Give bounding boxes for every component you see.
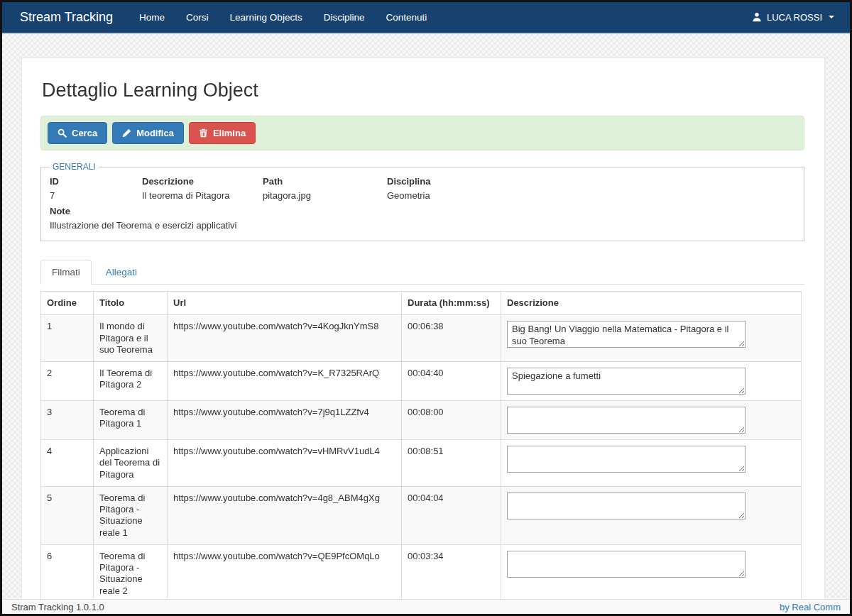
cell-descrizione [501, 401, 802, 440]
cell-descrizione: Spiegazione a fumetti [501, 362, 802, 401]
tab-allegati-link[interactable]: Allegati [94, 260, 148, 285]
cell-titolo: Il mondo di Pitagora e il suo Teorema [94, 315, 168, 362]
content-panel: Dettaglio Learning Object Cerca Modifica [21, 57, 825, 614]
cell-titolo: Il Teorema di Pitagora 2 [94, 362, 168, 401]
top-navbar: Stream Tracking HomeCorsiLearning Object… [2, 2, 850, 33]
cell-url: https://www.youtube.com/watch?v=QE9PfcOM… [168, 544, 402, 603]
generali-label-descrizione: Descrizione [142, 176, 263, 187]
filmati-table: OrdineTitoloUrlDurata (hh:mm:ss)Descrizi… [40, 291, 802, 614]
cell-durata: 00:04:40 [402, 362, 501, 401]
generali-label-note: Note [50, 206, 795, 216]
generali-value-descrizione: Il teorema di Pitagora [142, 190, 263, 201]
cell-ordine: 4 [41, 440, 94, 487]
cell-ordine: 3 [41, 401, 94, 440]
table-row: 6Teorema di Pitagora - Situazione reale … [41, 544, 802, 603]
tab-allegati: Allegati [94, 260, 148, 285]
cell-url: https://www.youtube.com/watch?v=4KogJknY… [168, 315, 402, 362]
descrizione-textarea[interactable] [507, 407, 746, 434]
table-row: 3Teorema di Pitagora 1https://www.youtub… [41, 401, 802, 440]
generali-label-id: ID [50, 176, 142, 187]
cell-descrizione: Big Bang! Un Viaggio nella Matematica - … [501, 315, 802, 362]
app-window: Stream Tracking HomeCorsiLearning Object… [0, 0, 852, 616]
nav-item-discipline[interactable]: Discipline [313, 2, 376, 32]
action-toolbar: Cerca Modifica Elimina [40, 116, 804, 150]
cell-durata: 00:08:51 [402, 440, 501, 487]
cell-titolo: Teorema di Pitagora - Situazione reale 1 [94, 486, 168, 544]
cell-ordine: 1 [41, 315, 94, 362]
cell-descrizione [501, 486, 802, 544]
cell-url: https://www.youtube.com/watch?v=vHMRvV1u… [168, 440, 402, 487]
elimina-button[interactable]: Elimina [189, 122, 256, 144]
nav-menu: HomeCorsiLearning ObjectsDisciplineConte… [129, 2, 752, 32]
modifica-button[interactable]: Modifica [112, 122, 184, 144]
cell-url: https://www.youtube.com/watch?v=K_R7325R… [168, 362, 402, 401]
column-header-ordine: Ordine [41, 292, 94, 315]
cell-url: https://www.youtube.com/watch?v=7j9q1LZZ… [168, 401, 402, 440]
cell-durata: 00:06:38 [402, 315, 501, 362]
column-header-titolo: Titolo [94, 292, 168, 315]
generali-label-disciplina: Disciplina [387, 176, 795, 187]
cell-durata: 00:08:00 [402, 401, 501, 440]
caret-down-icon [829, 16, 834, 18]
tab-filmati-active: Filmati [40, 260, 92, 285]
app-brand[interactable]: Stream Tracking [20, 10, 113, 25]
cell-titolo: Teorema di Pitagora 1 [94, 401, 168, 440]
cell-descrizione [501, 440, 802, 487]
generali-legend: GENERALI [50, 162, 99, 172]
table-row: 4Applicazioni del Teorema di Pitagorahtt… [41, 440, 802, 487]
nav-item-learning-objects[interactable]: Learning Objects [219, 2, 313, 32]
cell-durata: 00:04:04 [402, 486, 501, 544]
page-title: Dettaglio Learning Object [42, 79, 804, 101]
cell-descrizione [501, 544, 802, 603]
pencil-icon [122, 128, 131, 138]
cell-titolo: Teorema di Pitagora - Situazione reale 2 [94, 544, 168, 603]
column-header-descrizione: Descrizione [501, 292, 802, 315]
table-row: 5Teorema di Pitagora - Situazione reale … [41, 486, 802, 544]
generali-value-note: Illustrazione del Teorema e esercizi app… [50, 220, 795, 231]
generali-value-path: pitagora.jpg [263, 190, 387, 201]
user-icon [752, 12, 762, 22]
generali-label-path: Path [263, 176, 387, 187]
cerca-button[interactable]: Cerca [48, 122, 107, 144]
table-row: 1Il mondo di Pitagora e il suo Teoremaht… [41, 315, 802, 362]
generali-fieldset: GENERALI IDDescrizionePathDisciplina7Il … [40, 162, 804, 241]
nav-item-home[interactable]: Home [129, 2, 175, 32]
column-header-durata-hh-mm-ss: Durata (hh:mm:ss) [402, 292, 501, 315]
footer-version: Stram Tracking 1.0.1.0 [11, 602, 104, 612]
table-header-row: OrdineTitoloUrlDurata (hh:mm:ss)Descrizi… [41, 292, 802, 315]
cell-url: https://www.youtube.com/watch?v=4g8_ABM4… [168, 486, 402, 544]
page-background: Dettaglio Learning Object Cerca Modifica [2, 35, 850, 614]
column-header-url: Url [168, 292, 402, 315]
elimina-label: Elimina [213, 128, 246, 138]
nav-item-corsi[interactable]: Corsi [175, 2, 219, 32]
generali-value-disciplina: Geometria [387, 190, 795, 201]
footer: Stram Tracking 1.0.1.0 by Real Comm [2, 599, 850, 614]
descrizione-textarea[interactable] [507, 551, 746, 578]
cell-durata: 00:03:34 [402, 544, 501, 603]
cell-ordine: 5 [41, 486, 94, 544]
user-name: LUCA ROSSI [767, 12, 822, 23]
descrizione-textarea[interactable] [507, 493, 746, 519]
tab-filmati-link[interactable]: Filmati [40, 260, 92, 285]
trash-icon [199, 128, 208, 138]
descrizione-textarea[interactable]: Spiegazione a fumetti [507, 368, 746, 395]
footer-credit-link[interactable]: by Real Comm [780, 602, 841, 612]
generali-value-id: 7 [50, 190, 142, 201]
cell-ordine: 6 [41, 544, 94, 603]
descrizione-textarea[interactable]: Big Bang! Un Viaggio nella Matematica - … [507, 321, 746, 348]
cerca-label: Cerca [72, 128, 97, 138]
cell-titolo: Applicazioni del Teorema di Pitagora [94, 440, 168, 487]
modifica-label: Modifica [136, 128, 174, 138]
user-menu[interactable]: LUCA ROSSI [752, 12, 834, 23]
tab-bar: FilmatiAllegati [40, 260, 804, 285]
descrizione-textarea[interactable] [507, 446, 746, 473]
table-row: 2Il Teorema di Pitagora 2https://www.you… [41, 362, 802, 401]
nav-item-contenuti[interactable]: Contenuti [375, 2, 437, 32]
generali-grid: IDDescrizionePathDisciplina7Il teorema d… [50, 176, 795, 231]
cell-ordine: 2 [41, 362, 94, 401]
search-icon [58, 128, 67, 138]
